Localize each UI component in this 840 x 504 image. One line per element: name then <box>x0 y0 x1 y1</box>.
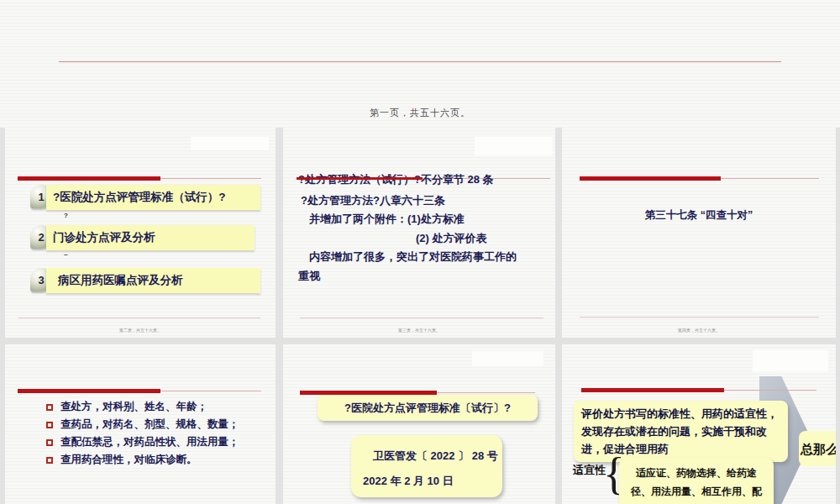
title-accent-bar <box>18 176 160 181</box>
slide-footer: 第四页，共五十六页。 <box>562 328 836 333</box>
bullet-item: 查处方，对科别、姓名、年龄； <box>46 400 207 414</box>
title-accent-line <box>160 391 261 391</box>
toc-item-tail: ~ <box>64 251 68 259</box>
slide-footer: 第二页，共五十六页。 <box>5 328 276 333</box>
page-number-label: 第一页，共五十六页。 <box>0 107 840 119</box>
bullet-text: 查配伍禁忌，对药品性状、用法用量； <box>60 435 239 449</box>
standard-title-box: ?医院处方点评管理标准〔试行〕? <box>318 395 538 421</box>
slide-bottom-line <box>18 318 260 318</box>
slide-title: 第三十七条 “四查十对” <box>562 208 836 223</box>
text-line: (2) 处方评价表 <box>416 231 487 246</box>
title-accent-line <box>437 392 535 393</box>
square-bullet-icon <box>46 439 53 446</box>
white-patch <box>191 137 269 150</box>
slide-thumbnail-toc[interactable]: 1 ?医院处方点评管理标准（试行）? ? 2 门诊处方点评及分析 ~ 3 病区用… <box>5 128 276 338</box>
text-line: 重视 <box>298 269 320 284</box>
suitability-label: 适宜性 <box>573 463 606 478</box>
text-line: 并增加了两个附件：(1)处方标准 <box>309 212 465 227</box>
square-bullet-icon <box>46 404 53 411</box>
suitability-detail-box: 适应证、药物选择、给药途径、用法用量、相互作用、配伍禁忌 <box>619 458 774 504</box>
bullet-text: 查处方，对科别、姓名、年龄； <box>60 400 207 414</box>
square-bullet-icon <box>46 422 53 428</box>
toc-item: 病区用药医嘱点评及分析 <box>46 268 260 293</box>
document-number: 卫医管发〔 2022 〕 28 号 <box>363 444 502 469</box>
slide-footer: 第三页，共五十六页。 <box>283 328 555 333</box>
document-date: 2022 年 2 月 10 日 <box>363 469 502 494</box>
white-patch <box>475 137 553 155</box>
slide-thumbnail-evaluation[interactable]: 评价处方书写的标准性、用药的适宜性，发现存在或潜在的问题，实施干预和改进，促进合… <box>562 344 836 504</box>
bullet-item: 查药品，对药名、剂型、规格、数量； <box>46 417 239 432</box>
slide-thumbnail-four-checks[interactable]: 查处方，对科别、姓名、年龄； 查药品，对药名、剂型、规格、数量； 查配伍禁忌，对… <box>5 344 276 504</box>
text-line-rest: 不分章节 28 条 <box>421 173 494 186</box>
header-slide-fragment: 第一页，共五十六页。 <box>0 0 840 128</box>
slide-bottom-line <box>580 317 819 318</box>
toc-item: 门诊处方点评及分析 <box>46 225 255 250</box>
toc-item: ?医院处方点评管理标准（试行）? <box>46 185 260 210</box>
struck-text: ?处方管理方法（试行）? <box>298 172 421 187</box>
header-divider-line <box>59 61 781 62</box>
toc-item-tail: ? <box>64 212 68 219</box>
text-line: ?处方管理方法?八章六十三条 <box>301 193 445 208</box>
bullet-text: 查用药合理性，对临床诊断。 <box>60 453 197 467</box>
white-patch <box>472 351 543 366</box>
bullet-item: 查配伍禁忌，对药品性状、用法用量； <box>46 435 239 449</box>
slide-bottom-line <box>300 318 543 318</box>
bullet-text: 查药品，对药名、剂型、规格、数量； <box>60 417 239 432</box>
title-accent-line <box>160 178 261 179</box>
title-accent-line <box>721 178 819 179</box>
slide-thumbnail-article37[interactable]: 第三十七条 “四查十对” 第四页，共五十六页。 <box>562 128 836 338</box>
square-bullet-icon <box>46 457 53 464</box>
title-accent-line <box>724 390 816 391</box>
slide-thumbnail-standard[interactable]: ?医院处方点评管理标准〔试行〕? 卫医管发〔 2022 〕 28 号 2022 … <box>283 344 555 504</box>
bullet-item: 查用药合理性，对临床诊断。 <box>46 453 197 467</box>
title-accent-bar <box>581 388 724 392</box>
title-accent-bar <box>18 389 160 393</box>
text-line: ?处方管理方法（试行）?不分章节 28 条 <box>298 172 494 187</box>
document-number-box: 卫医管发〔 2022 〕 28 号 2022 年 2 月 10 日 <box>351 435 502 497</box>
slide-thumbnail-method[interactable]: ?处方管理方法（试行）?不分章节 28 条 ?处方管理方法?八章六十三条 并增加… <box>283 128 555 338</box>
arrow-label-box: 总那么 <box>799 431 836 466</box>
text-line: 内容增加了很多，突出了对医院药事工作的 <box>309 249 517 265</box>
title-accent-bar <box>580 176 721 181</box>
white-patch <box>753 350 828 371</box>
